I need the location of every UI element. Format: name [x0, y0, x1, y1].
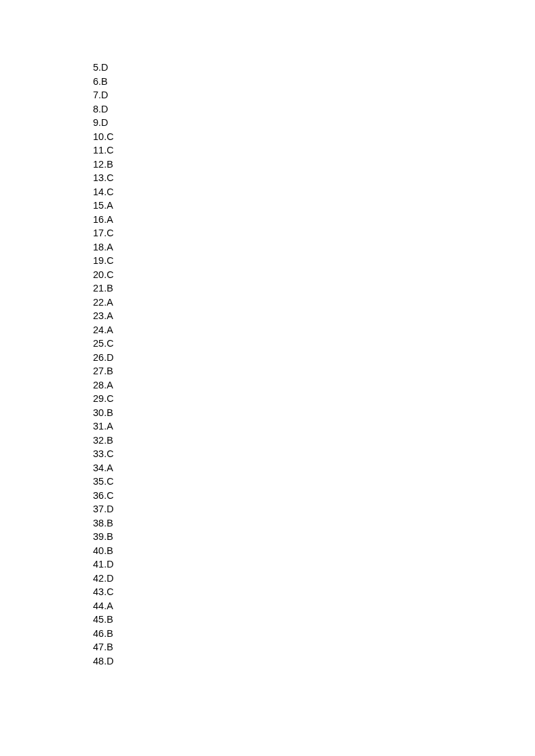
answer-item: 15.A	[93, 199, 535, 213]
answer-item: 26.D	[93, 351, 535, 365]
answer-item: 41.D	[93, 557, 535, 572]
answer-item: 20.C	[93, 268, 535, 282]
answer-item: 10.C	[93, 130, 535, 144]
answer-item: 6.B	[93, 75, 535, 89]
answer-item: 47.B	[93, 640, 535, 654]
answer-item: 40.B	[93, 544, 535, 558]
answer-item: 23.A	[93, 309, 535, 323]
answer-item: 5.D	[93, 61, 535, 75]
answer-item: 44.A	[93, 599, 535, 613]
answer-item: 38.B	[93, 516, 535, 530]
answer-item: 18.A	[93, 240, 535, 254]
answer-item: 35.C	[93, 475, 535, 489]
answer-item: 17.C	[93, 226, 535, 240]
answer-item: 9.D	[93, 116, 535, 130]
answer-item: 29.C	[93, 392, 535, 406]
answer-item: 33.C	[93, 447, 535, 461]
answer-item: 12.B	[93, 158, 535, 172]
answer-item: 11.C	[93, 143, 535, 158]
answer-item: 28.A	[93, 378, 535, 392]
answer-list: 5.D6.B7.D8.D9.D10.C11.C12.B13.C14.C15.A1…	[93, 61, 535, 668]
answer-item: 24.A	[93, 323, 535, 337]
answer-item: 37.D	[93, 502, 535, 516]
answer-item: 43.C	[93, 585, 535, 599]
answer-item: 14.C	[93, 185, 535, 199]
answer-item: 42.D	[93, 572, 535, 586]
answer-item: 31.A	[93, 419, 535, 434]
answer-item: 34.A	[93, 461, 535, 475]
answer-item: 21.B	[93, 281, 535, 296]
answer-item: 48.D	[93, 654, 535, 668]
answer-item: 7.D	[93, 88, 535, 102]
answer-item: 8.D	[93, 102, 535, 116]
answer-item: 22.A	[93, 296, 535, 310]
answer-item: 36.C	[93, 489, 535, 503]
answer-item: 25.C	[93, 337, 535, 351]
answer-item: 30.B	[93, 406, 535, 420]
answer-item: 13.C	[93, 171, 535, 185]
answer-item: 45.B	[93, 613, 535, 627]
answer-item: 16.A	[93, 213, 535, 227]
answer-item: 19.C	[93, 254, 535, 268]
answer-item: 39.B	[93, 530, 535, 544]
answer-item: 46.B	[93, 627, 535, 641]
answer-item: 27.B	[93, 364, 535, 378]
answer-item: 32.B	[93, 434, 535, 448]
